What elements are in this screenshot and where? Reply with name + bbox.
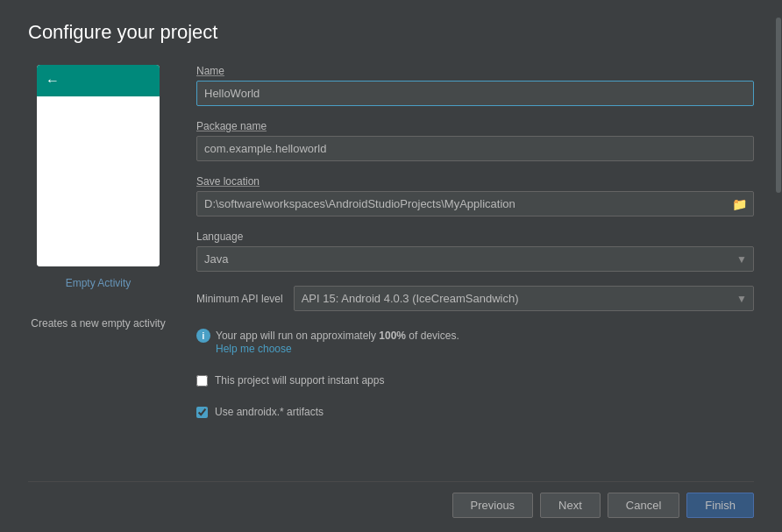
info-icon: i xyxy=(196,329,210,343)
scrollbar[interactable] xyxy=(775,0,782,532)
save-location-group: Save location 📁 xyxy=(196,175,754,216)
androidx-label: Use androidx.* artifacts xyxy=(215,406,323,418)
language-select-wrapper: Java Kotlin ▼ xyxy=(196,246,754,272)
save-location-input-wrapper: 📁 xyxy=(196,191,754,216)
language-group: Language Java Kotlin ▼ xyxy=(196,231,754,272)
scrollbar-thumb xyxy=(776,18,781,193)
right-panel: Name Package name Save location xyxy=(196,65,754,481)
instant-apps-label: This project will support instant apps xyxy=(215,374,384,387)
save-location-label: Save location xyxy=(196,175,754,188)
device-body xyxy=(37,96,160,266)
footer: Previous Next Cancel Finish xyxy=(28,481,754,518)
device-preview: ← xyxy=(37,65,160,266)
next-button[interactable]: Next xyxy=(540,493,601,518)
name-input[interactable] xyxy=(196,81,754,106)
info-text-prefix: Your app will run on approximately xyxy=(216,330,379,342)
name-group: Name xyxy=(196,65,754,106)
instant-apps-checkbox[interactable] xyxy=(196,375,208,387)
api-level-group: Minimum API level API 15: Android 4.0.3 … xyxy=(196,286,754,311)
language-label: Language xyxy=(196,231,754,243)
page-title: Configure your project xyxy=(28,21,754,44)
cancel-button[interactable]: Cancel xyxy=(608,493,679,518)
info-text: Your app will run on approximately 100% … xyxy=(216,330,459,342)
api-level-label: Minimum API level xyxy=(196,293,283,305)
language-select[interactable]: Java Kotlin xyxy=(196,246,754,272)
api-level-select[interactable]: API 15: Android 4.0.3 (IceCreamSandwich)… xyxy=(294,286,754,311)
package-input[interactable] xyxy=(196,136,754,161)
back-arrow-icon: ← xyxy=(46,73,60,89)
activity-label: Empty Activity xyxy=(66,277,132,289)
androidx-row: Use androidx.* artifacts xyxy=(196,406,754,418)
info-row: i Your app will run on approximately 100… xyxy=(196,329,754,343)
package-label: Package name xyxy=(196,120,754,132)
info-text-bold: 100% xyxy=(379,330,406,342)
activity-description: Creates a new empty activity xyxy=(31,317,165,330)
left-panel: ← Empty Activity Creates a new empty act… xyxy=(28,65,168,481)
previous-button[interactable]: Previous xyxy=(452,493,534,518)
device-header: ← xyxy=(37,65,160,96)
app-window: Configure your project ← Empty Activity … xyxy=(0,0,782,532)
content-area: ← Empty Activity Creates a new empty act… xyxy=(28,65,754,481)
instant-apps-row: This project will support instant apps xyxy=(196,374,754,387)
api-level-row: Minimum API level API 15: Android 4.0.3 … xyxy=(196,286,754,311)
info-section: i Your app will run on approximately 100… xyxy=(196,325,754,355)
info-text-suffix: of devices. xyxy=(406,330,459,342)
api-select-wrapper: API 15: Android 4.0.3 (IceCreamSandwich)… xyxy=(294,286,754,311)
help-me-choose-link[interactable]: Help me choose xyxy=(216,343,754,355)
folder-icon[interactable]: 📁 xyxy=(732,197,747,211)
name-label: Name xyxy=(196,65,754,77)
finish-button[interactable]: Finish xyxy=(686,493,754,518)
androidx-checkbox[interactable] xyxy=(196,407,208,418)
package-group: Package name xyxy=(196,120,754,161)
save-location-input[interactable] xyxy=(196,191,754,216)
